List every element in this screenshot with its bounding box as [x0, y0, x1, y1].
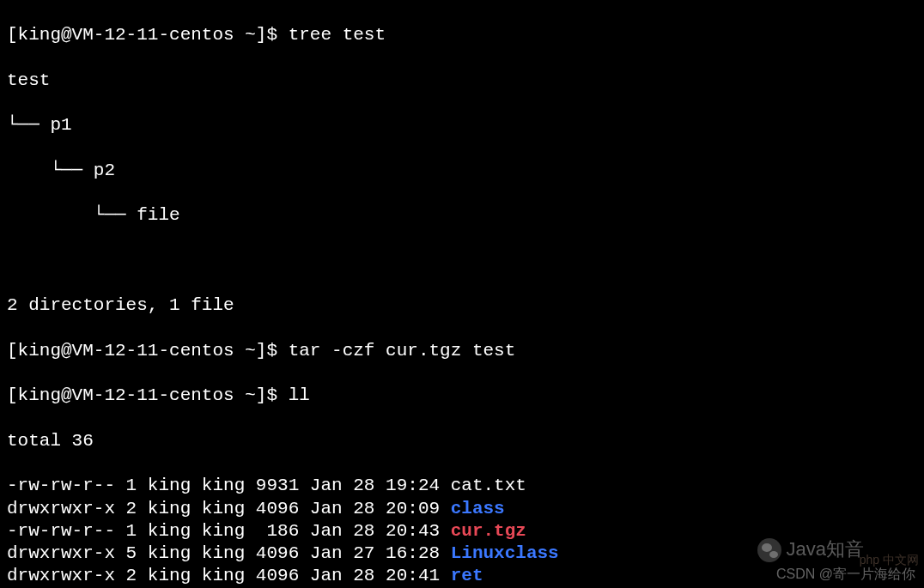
- ll-row-filename: class: [451, 499, 505, 518]
- ll-row: -rw-rw-r-- 1 king king 186 Jan 28 20:43 …: [7, 520, 917, 543]
- ll-row-filename: Linuxclass: [451, 543, 559, 563]
- shell-prompt: [king@VM-12-11-centos ~]$: [7, 341, 289, 361]
- ll-row: drwxrwxr-x 5 king king 4096 Jan 27 16:28…: [7, 543, 917, 565]
- tree-branch: └── p1: [7, 114, 917, 136]
- ll-row-meta: drwxrwxr-x 2 king king 4096 Jan 28 20:09: [7, 499, 451, 518]
- ll-row: drwxrwxr-x 2 king king 4096 Jan 28 20:09…: [7, 498, 917, 520]
- ll-row-meta: -rw-rw-r-- 1 king king 186 Jan 28 20:43: [7, 521, 451, 541]
- tree-summary: 2 directories, 1 file: [7, 294, 917, 317]
- tree-branch: └── file: [7, 204, 917, 227]
- ll-row: -rw-rw-r-- 1 king king 9931 Jan 28 19:24…: [7, 475, 917, 497]
- prompt-line: [king@VM-12-11-centos ~]$ tree test: [7, 24, 917, 46]
- command: ll: [289, 385, 310, 405]
- terminal-output[interactable]: [king@VM-12-11-centos ~]$ tree test test…: [0, 0, 924, 588]
- command: tar -czf cur.tgz test: [289, 341, 516, 361]
- prompt-line: [king@VM-12-11-centos ~]$ ll: [7, 385, 917, 407]
- tree-branch: └── p2: [7, 160, 917, 182]
- tree-root: test: [7, 70, 917, 92]
- ll-listing: -rw-rw-r-- 1 king king 9931 Jan 28 19:24…: [7, 475, 917, 588]
- ll-row: drwxrwxr-x 2 king king 4096 Jan 28 20:41…: [7, 565, 917, 587]
- blank-line: [7, 250, 917, 272]
- ll-row-filename: cat.txt: [451, 476, 526, 495]
- ll-row-meta: drwxrwxr-x 2 king king 4096 Jan 28 20:41: [7, 566, 451, 585]
- ll-total: total 36: [7, 430, 917, 452]
- ll-row-meta: drwxrwxr-x 5 king king 4096 Jan 27 16:28: [7, 543, 451, 563]
- shell-prompt: [king@VM-12-11-centos ~]$: [7, 385, 289, 405]
- ll-row-meta: -rw-rw-r-- 1 king king 9931 Jan 28 19:24: [7, 476, 451, 495]
- prompt-line: [king@VM-12-11-centos ~]$ tar -czf cur.t…: [7, 340, 917, 362]
- ll-row-filename: cur.tgz: [451, 521, 526, 541]
- command: tree test: [289, 25, 386, 45]
- shell-prompt: [king@VM-12-11-centos ~]$: [7, 25, 289, 45]
- ll-row-filename: ret: [451, 566, 483, 585]
